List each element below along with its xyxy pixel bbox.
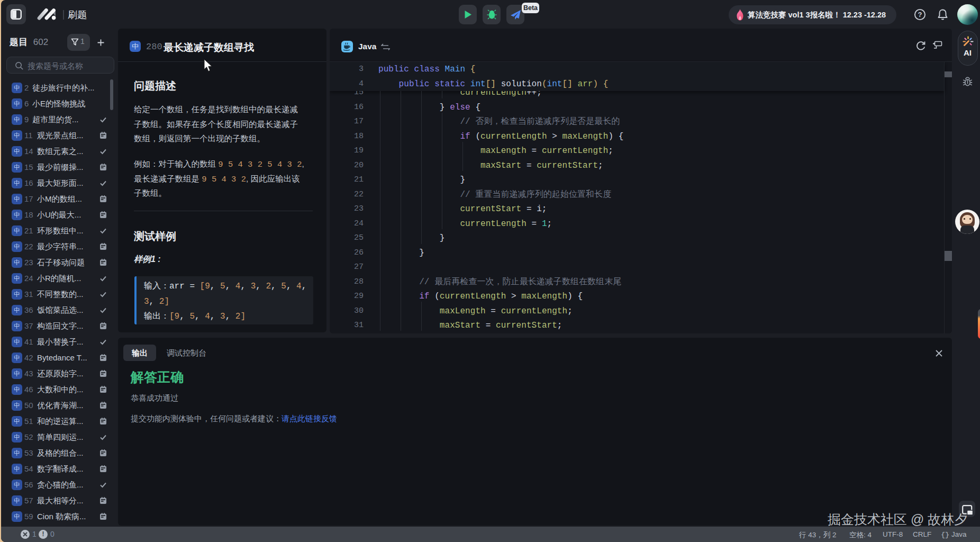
svg-text:?: ? — [918, 11, 922, 19]
